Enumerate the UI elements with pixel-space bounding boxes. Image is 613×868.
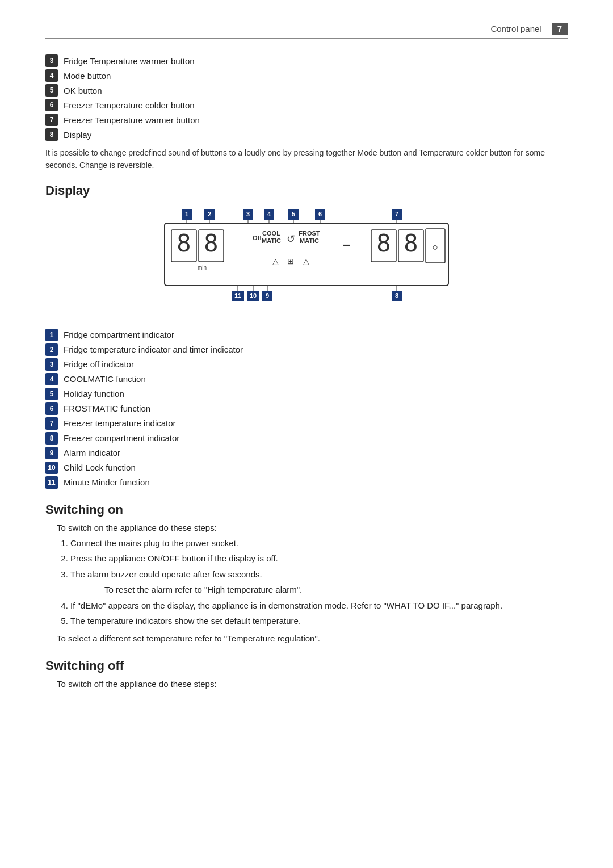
switching-on-title: Switching on xyxy=(45,502,568,517)
item-label: Child Lock function xyxy=(64,463,136,472)
switching-on-steps: Connect the mains plug to the power sock… xyxy=(70,537,568,628)
item-label: Freezer Temperature colder button xyxy=(64,100,195,110)
list-item: 8Display xyxy=(45,128,568,141)
list-item: 8Freezer compartment indicator xyxy=(45,432,568,445)
svg-text:5: 5 xyxy=(292,211,295,217)
list-item: 6Freezer Temperature colder button xyxy=(45,99,568,111)
item-badge: 11 xyxy=(45,476,58,489)
switching-on-footer: To select a different set temperature re… xyxy=(57,632,568,645)
page-header: Control panel 7 xyxy=(45,23,568,39)
svg-text:8: 8 xyxy=(404,229,418,257)
svg-text:⊞: ⊞ xyxy=(287,257,294,266)
display-items-list: 1Fridge compartment indicator2Fridge tem… xyxy=(45,329,568,489)
step-1: Connect the mains plug to the power sock… xyxy=(70,537,568,550)
display-section-title: Display xyxy=(45,183,568,198)
list-item: 11Minute Minder function xyxy=(45,476,568,489)
svg-text:△: △ xyxy=(272,257,279,266)
item-label: Display xyxy=(64,130,91,140)
item-label: Freezer compartment indicator xyxy=(64,433,179,443)
step-2: Press the appliance ON/OFF button if the… xyxy=(70,552,568,565)
list-item: 3Fridge off indicator xyxy=(45,358,568,371)
item-badge: 9 xyxy=(45,447,58,459)
step-5: The temperature indicators show the set … xyxy=(70,615,568,628)
switching-on-intro: To switch on the appliance do these step… xyxy=(57,523,568,532)
item-badge: 6 xyxy=(45,99,58,111)
list-item: 2Fridge temperature indicator and timer … xyxy=(45,343,568,356)
item-badge: 5 xyxy=(45,84,58,97)
item-badge: 2 xyxy=(45,343,58,356)
item-badge: 7 xyxy=(45,417,58,430)
svg-text:MATIC: MATIC xyxy=(300,237,319,244)
svg-text:11: 11 xyxy=(234,292,241,299)
svg-text:FROST: FROST xyxy=(299,230,320,237)
svg-text:8: 8 xyxy=(376,229,391,257)
svg-text:COOL: COOL xyxy=(262,230,280,237)
item-label: Fridge temperature indicator and timer i… xyxy=(64,345,243,354)
item-label: COOLMATIC function xyxy=(64,374,146,384)
item-badge: 8 xyxy=(45,432,58,445)
item-badge: 1 xyxy=(45,329,58,341)
item-label: OK button xyxy=(64,86,102,95)
list-item: 7Freezer Temperature warmer button xyxy=(45,114,568,126)
item-label: Minute Minder function xyxy=(64,477,150,487)
page-number: 7 xyxy=(552,23,568,35)
list-item: 4Mode button xyxy=(45,69,568,82)
item-badge: 4 xyxy=(45,69,58,82)
list-item: 6FROSTMATIC function xyxy=(45,402,568,415)
item-badge: 8 xyxy=(45,128,58,141)
item-badge: 4 xyxy=(45,373,58,385)
svg-text:↺: ↺ xyxy=(287,233,295,245)
list-item: 9Alarm indicator xyxy=(45,447,568,459)
list-item: 10Child Lock function xyxy=(45,462,568,474)
svg-text:10: 10 xyxy=(250,292,257,299)
display-diagram: 1 2 3 4 5 6 7 8 8 min Off xyxy=(45,207,568,315)
svg-text:8: 8 xyxy=(395,292,398,299)
svg-text:8: 8 xyxy=(177,229,191,257)
step-3: The alarm buzzer could operate after few… xyxy=(70,568,568,581)
svg-text:3: 3 xyxy=(246,211,250,217)
list-item: 3Fridge Temperature warmer button xyxy=(45,54,568,67)
svg-text:1: 1 xyxy=(185,211,188,217)
item-label: Alarm indicator xyxy=(64,448,120,458)
svg-text:○: ○ xyxy=(433,241,439,253)
svg-text:2: 2 xyxy=(208,211,211,217)
svg-text:7: 7 xyxy=(395,211,398,217)
svg-text:9: 9 xyxy=(266,292,269,299)
item-label: FROSTMATIC function xyxy=(64,404,150,413)
item-label: Freezer Temperature warmer button xyxy=(64,115,200,125)
display-diagram-svg: 1 2 3 4 5 6 7 8 8 min Off xyxy=(148,207,465,315)
list-item: 1Fridge compartment indicator xyxy=(45,329,568,341)
item-label: Fridge compartment indicator xyxy=(64,330,174,339)
svg-text:−: − xyxy=(342,237,350,253)
item-label: Fridge Temperature warmer button xyxy=(64,56,195,66)
step-3-note: To reset the alarm refer to "High temper… xyxy=(104,584,568,597)
list-item: 4COOLMATIC function xyxy=(45,373,568,385)
switching-off-intro: To switch off the appliance do these ste… xyxy=(57,679,568,689)
svg-text:min: min xyxy=(198,265,207,271)
switching-off-section: Switching off To switch off the applianc… xyxy=(45,659,568,689)
svg-text:MATIC: MATIC xyxy=(262,237,281,244)
list-item: 5OK button xyxy=(45,84,568,97)
list-item: 5Holiday function xyxy=(45,388,568,400)
item-badge: 5 xyxy=(45,388,58,400)
top-items-list: 3Fridge Temperature warmer button4Mode b… xyxy=(45,54,568,141)
item-badge: 3 xyxy=(45,358,58,371)
item-badge: 10 xyxy=(45,462,58,474)
step-4: If "dEMo" appears on the display, the ap… xyxy=(70,599,568,613)
item-badge: 3 xyxy=(45,54,58,67)
item-label: Freezer temperature indicator xyxy=(64,418,176,428)
button-sound-note: It is possible to change predefined soun… xyxy=(45,146,568,172)
item-label: Mode button xyxy=(64,71,111,81)
svg-text:Off: Off xyxy=(253,234,262,241)
header-title: Control panel xyxy=(490,24,541,33)
svg-text:△: △ xyxy=(303,257,309,266)
item-label: Fridge off indicator xyxy=(64,359,134,369)
switching-on-section: Switching on To switch on the appliance … xyxy=(45,502,568,645)
item-label: Holiday function xyxy=(64,389,124,399)
item-badge: 7 xyxy=(45,114,58,126)
list-item: 7Freezer temperature indicator xyxy=(45,417,568,430)
svg-text:4: 4 xyxy=(267,211,271,217)
item-badge: 6 xyxy=(45,402,58,415)
switching-off-title: Switching off xyxy=(45,659,568,673)
svg-text:8: 8 xyxy=(204,229,218,257)
